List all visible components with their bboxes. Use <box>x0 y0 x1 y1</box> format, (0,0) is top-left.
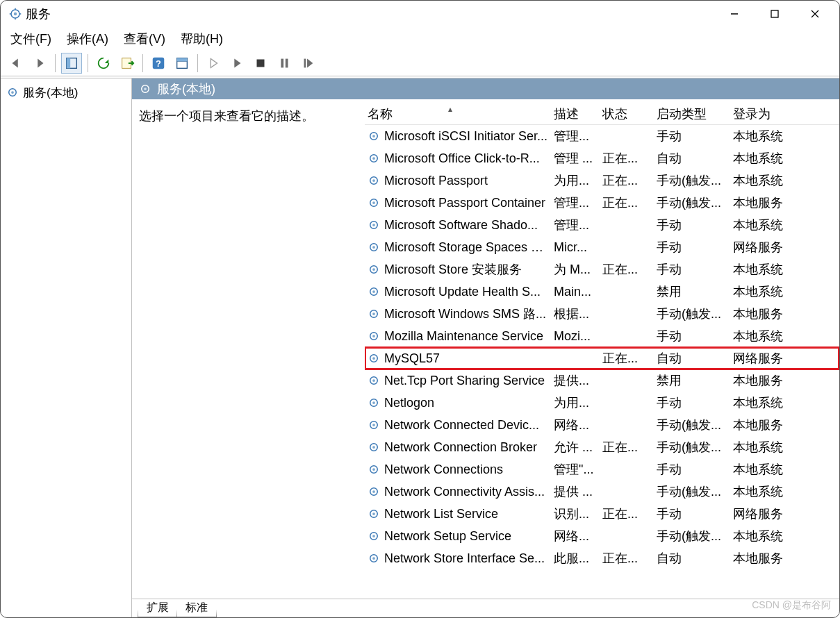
service-startup: 自动 <box>657 150 733 167</box>
svg-rect-7 <box>771 10 778 17</box>
toolbar: ? <box>1 51 839 76</box>
service-row[interactable]: Microsoft Office Click-to-R...管理 ...正在..… <box>365 147 839 169</box>
column-status-header[interactable]: 状态 <box>602 106 657 122</box>
svg-point-35 <box>372 224 375 226</box>
start-service-alt-button[interactable] <box>227 53 247 73</box>
service-startup: 手动(触发... <box>657 194 733 211</box>
service-logon: 本地系统 <box>733 439 802 456</box>
service-row[interactable]: Network Connection Broker允许 ...正在...手动(触… <box>365 436 839 458</box>
service-desc: 提供... <box>554 372 602 389</box>
column-startup-header[interactable]: 启动类型 <box>657 106 733 122</box>
nav-back-button[interactable] <box>6 53 26 73</box>
service-logon: 本地系统 <box>733 483 802 500</box>
service-row[interactable]: Network Connected Devic...网络...手动(触发...本… <box>365 414 839 436</box>
service-row[interactable]: Microsoft Software Shado...管理...手动本地系统 <box>365 214 839 236</box>
service-name: Network List Service <box>384 507 498 521</box>
service-row[interactable]: Network Connectivity Assis...提供 ...手动(触发… <box>365 481 839 503</box>
service-name: Network Store Interface Se... <box>384 551 545 566</box>
service-name: Microsoft Windows SMS 路... <box>384 306 546 322</box>
service-desc: Micr... <box>554 240 602 255</box>
service-name: Microsoft iSCSI Initiator Ser... <box>384 129 547 144</box>
maximize-button[interactable] <box>755 1 795 26</box>
service-row[interactable]: Microsoft Update Health S...Main...禁用本地系… <box>365 281 839 303</box>
service-status: 正在... <box>602 261 657 278</box>
service-startup: 手动 <box>657 461 733 478</box>
service-name: Network Connections <box>384 462 503 477</box>
pause-service-button[interactable] <box>274 53 294 73</box>
service-startup: 自动 <box>657 550 733 567</box>
services-app-icon <box>9 8 22 20</box>
column-logon-header[interactable]: 登录为 <box>733 106 802 122</box>
service-row[interactable]: Mozilla Maintenance ServiceMozi...手动本地系统 <box>365 325 839 347</box>
service-desc: 根据... <box>554 306 602 322</box>
service-logon: 本地系统 <box>733 172 802 189</box>
service-startup: 手动(触发... <box>657 528 733 544</box>
help-button[interactable]: ? <box>149 53 168 73</box>
stop-service-button[interactable] <box>251 53 270 73</box>
svg-point-59 <box>372 490 375 493</box>
service-row[interactable]: Microsoft Passport为用...正在...手动(触发...本地系统 <box>365 169 839 192</box>
service-desc: 管理... <box>554 128 602 144</box>
service-row[interactable]: Network Store Interface Se...此服...正在...自… <box>365 547 839 569</box>
service-name: Mozilla Maintenance Service <box>384 329 543 344</box>
menu-view[interactable]: 查看(V) <box>124 31 165 47</box>
svg-point-53 <box>372 424 375 426</box>
tree-item-services-local[interactable]: 服务(本地) <box>3 83 129 102</box>
service-name: Microsoft Software Shado... <box>384 218 538 233</box>
properties-button[interactable] <box>172 53 192 73</box>
svg-rect-18 <box>257 60 265 67</box>
service-name: Microsoft Store 安装服务 <box>384 261 522 278</box>
service-logon: 本地系统 <box>733 128 802 144</box>
service-row[interactable]: MySQL57正在...自动网络服务 <box>365 347 839 369</box>
svg-rect-21 <box>304 59 306 68</box>
service-list: 名称▴ 描述 状态 启动类型 登录为 Microsoft iSCSI Initi… <box>365 103 839 599</box>
tab-standard[interactable]: 标准 <box>176 599 217 617</box>
service-row[interactable]: Netlogon为用...手动本地系统 <box>365 392 839 414</box>
menu-action[interactable]: 操作(A) <box>67 31 108 47</box>
service-row[interactable]: Microsoft Store 安装服务为 M...正在...手动本地系统 <box>365 258 839 281</box>
service-row[interactable]: Network Setup Service网络...手动(触发...本地系统 <box>365 525 839 547</box>
service-desc: 管理 ... <box>554 150 602 167</box>
show-hide-tree-button[interactable] <box>61 53 82 74</box>
service-row[interactable]: Microsoft Passport Container管理...正在...手动… <box>365 192 839 214</box>
close-button[interactable] <box>795 1 835 26</box>
svg-point-1 <box>14 12 17 16</box>
start-service-button[interactable] <box>204 53 223 73</box>
nav-forward-button[interactable] <box>30 53 49 73</box>
service-row[interactable]: Network List Service识别...正在...手动网络服务 <box>365 503 839 525</box>
service-desc: 识别... <box>554 506 602 522</box>
svg-point-45 <box>372 335 375 337</box>
svg-point-47 <box>372 357 375 360</box>
service-startup: 自动 <box>657 350 733 367</box>
menu-help[interactable]: 帮助(H) <box>181 31 223 47</box>
service-row[interactable]: Net.Tcp Port Sharing Service提供...禁用本地服务 <box>365 369 839 392</box>
tab-extended[interactable]: 扩展 <box>138 599 178 617</box>
service-status: 正在... <box>602 350 657 367</box>
column-name-header[interactable]: 名称▴ <box>365 106 554 122</box>
service-logon: 本地系统 <box>733 217 802 233</box>
service-name: Microsoft Office Click-to-R... <box>384 151 540 166</box>
service-row[interactable]: Microsoft Windows SMS 路...根据...手动(触发...本… <box>365 303 839 325</box>
service-name: Network Connectivity Assis... <box>384 485 545 499</box>
service-row[interactable]: Network Connections管理"...手动本地系统 <box>365 458 839 481</box>
service-startup: 手动 <box>657 261 733 278</box>
svg-point-23 <box>11 91 14 94</box>
refresh-button[interactable] <box>94 53 113 73</box>
menu-file[interactable]: 文件(F) <box>10 31 51 47</box>
export-list-button[interactable] <box>117 53 137 73</box>
restart-service-button[interactable] <box>298 53 318 73</box>
minimize-button[interactable] <box>714 1 755 26</box>
titlebar[interactable]: 服务 <box>1 1 839 27</box>
service-logon: 本地系统 <box>733 461 802 478</box>
service-logon: 本地服务 <box>733 550 802 567</box>
service-row[interactable]: Microsoft Storage Spaces S...Micr...手动网络… <box>365 236 839 258</box>
service-row[interactable]: Microsoft iSCSI Initiator Ser...管理...手动本… <box>365 125 839 147</box>
column-desc-header[interactable]: 描述 <box>554 106 602 122</box>
service-name: Network Connection Broker <box>384 440 537 455</box>
description-text: 选择一个项目来查看它的描述。 <box>139 109 314 123</box>
service-status: 正在... <box>602 172 657 189</box>
service-name: Microsoft Storage Spaces S... <box>384 240 550 255</box>
description-panel: 选择一个项目来查看它的描述。 <box>132 103 365 599</box>
svg-rect-19 <box>281 59 283 68</box>
service-name: MySQL57 <box>384 351 440 366</box>
